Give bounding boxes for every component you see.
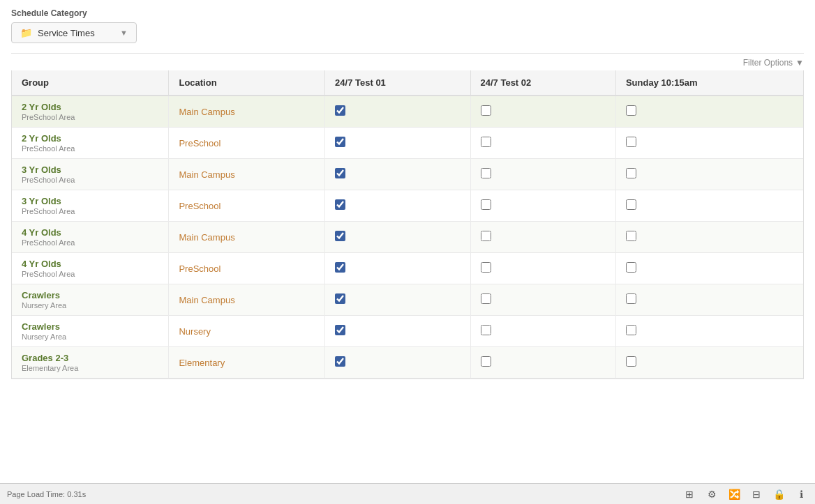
checkbox-col2-row0[interactable] xyxy=(481,105,491,116)
location-text: PreSchool xyxy=(179,264,220,274)
checkbox-cell-col3 xyxy=(615,347,803,379)
checkbox-col3-row4[interactable] xyxy=(626,231,636,241)
checkbox-cell-col3 xyxy=(615,190,803,222)
checkbox-col1-row1[interactable] xyxy=(335,137,345,147)
checkbox-cell-col3 xyxy=(615,128,803,159)
group-area: PreSchool Area xyxy=(22,113,158,121)
location-cell: PreSchool xyxy=(169,128,325,159)
table-row: 2 Yr OldsPreSchool AreaMain Campus xyxy=(12,96,803,128)
checkbox-col3-row1[interactable] xyxy=(626,137,636,147)
group-area: Nursery Area xyxy=(22,301,158,310)
checkbox-col2-row6[interactable] xyxy=(481,293,491,304)
checkbox-col1-row8[interactable] xyxy=(335,356,345,367)
checkbox-cell-col2 xyxy=(470,347,615,379)
group-area: Elementary Area xyxy=(22,364,158,372)
group-name: 2 Yr Olds xyxy=(22,102,158,112)
col-header-group: Group xyxy=(12,70,169,96)
service-times-dropdown[interactable]: 📁 Service Times ▼ xyxy=(11,22,137,43)
checkbox-col3-row3[interactable] xyxy=(626,199,636,210)
location-text: Elementary xyxy=(179,358,225,368)
group-name: 3 Yr Olds xyxy=(22,165,158,175)
checkbox-col3-row6[interactable] xyxy=(626,293,636,304)
group-name: Grades 2-3 xyxy=(22,353,158,363)
checkbox-col3-row7[interactable] xyxy=(626,325,636,335)
checkbox-col2-row2[interactable] xyxy=(481,168,491,178)
checkbox-col1-row4[interactable] xyxy=(335,231,345,241)
checkbox-cell-col2 xyxy=(470,128,615,159)
folder-icon: 📁 xyxy=(20,27,32,38)
checkbox-col2-row7[interactable] xyxy=(481,325,491,335)
checkbox-cell-col2 xyxy=(470,253,615,284)
checkbox-col1-row3[interactable] xyxy=(335,199,345,210)
group-name: Crawlers xyxy=(22,321,158,332)
table-row: 2 Yr OldsPreSchool AreaPreSchool xyxy=(12,128,803,159)
location-text: Nursery xyxy=(179,326,211,337)
checkbox-cell-col3 xyxy=(615,253,803,284)
location-cell: Main Campus xyxy=(169,159,325,190)
col-header-247test01: 24/7 Test 01 xyxy=(325,70,470,96)
checkbox-cell-col2 xyxy=(470,159,615,190)
location-text: PreSchool xyxy=(179,138,220,148)
group-name: Crawlers xyxy=(22,290,158,300)
table-header-row: Group Location 24/7 Test 01 24/7 Test 02… xyxy=(12,70,803,96)
location-text: PreSchool xyxy=(179,201,220,211)
checkbox-col2-row1[interactable] xyxy=(481,137,491,147)
location-text: Main Campus xyxy=(179,169,234,180)
chevron-down-icon: ▼ xyxy=(120,29,128,37)
group-area: Nursery Area xyxy=(22,333,158,341)
table-row: 4 Yr OldsPreSchool AreaMain Campus xyxy=(12,222,803,253)
checkbox-cell-col1 xyxy=(325,316,470,347)
checkbox-col3-row8[interactable] xyxy=(626,356,636,367)
col-header-247test02: 24/7 Test 02 xyxy=(470,70,615,96)
page-container: Schedule Category 📁 Service Times ▼ Filt… xyxy=(0,0,815,388)
group-area: PreSchool Area xyxy=(22,176,158,184)
table-row: 3 Yr OldsPreSchool AreaPreSchool xyxy=(12,190,803,222)
checkbox-cell-col2 xyxy=(470,222,615,253)
col-header-sunday1015: Sunday 10:15am xyxy=(615,70,803,96)
checkbox-col3-row2[interactable] xyxy=(626,168,636,178)
checkbox-cell-col1 xyxy=(325,347,470,379)
col-header-location: Location xyxy=(169,70,325,96)
checkbox-col2-row3[interactable] xyxy=(481,199,491,210)
checkbox-col3-row0[interactable] xyxy=(626,105,636,116)
checkbox-col2-row8[interactable] xyxy=(481,356,491,367)
checkbox-cell-col3 xyxy=(615,96,803,128)
checkbox-cell-col1 xyxy=(325,253,470,284)
table-row: 3 Yr OldsPreSchool AreaMain Campus xyxy=(12,159,803,190)
checkbox-cell-col1 xyxy=(325,128,470,159)
checkbox-cell-col1 xyxy=(325,159,470,190)
group-cell: 3 Yr OldsPreSchool Area xyxy=(12,190,169,222)
checkbox-col1-row2[interactable] xyxy=(335,168,345,178)
dropdown-label: Service Times xyxy=(38,28,114,38)
checkbox-cell-col2 xyxy=(470,316,615,347)
location-cell: PreSchool xyxy=(169,190,325,222)
group-name: 4 Yr Olds xyxy=(22,259,158,269)
filter-options-button[interactable]: Filter Options ▼ xyxy=(743,58,804,68)
checkbox-col1-row7[interactable] xyxy=(335,325,345,335)
checkbox-cell-col2 xyxy=(470,96,615,128)
table-row: CrawlersNursery AreaNursery xyxy=(12,316,803,347)
group-cell: Grades 2-3Elementary Area xyxy=(12,347,169,379)
checkbox-col3-row5[interactable] xyxy=(626,262,636,273)
group-cell: 4 Yr OldsPreSchool Area xyxy=(12,253,169,284)
location-cell: Main Campus xyxy=(169,222,325,253)
checkbox-cell-col3 xyxy=(615,159,803,190)
table-row: 4 Yr OldsPreSchool AreaPreSchool xyxy=(12,253,803,284)
group-cell: 2 Yr OldsPreSchool Area xyxy=(12,96,169,128)
location-text: Main Campus xyxy=(179,295,234,305)
group-name: 2 Yr Olds xyxy=(22,133,158,144)
schedule-category-label: Schedule Category xyxy=(11,8,804,18)
location-cell: Nursery xyxy=(169,316,325,347)
checkbox-col1-row5[interactable] xyxy=(335,262,345,273)
checkbox-cell-col1 xyxy=(325,190,470,222)
checkbox-cell-col2 xyxy=(470,190,615,222)
checkbox-col2-row5[interactable] xyxy=(481,262,491,273)
checkbox-col2-row4[interactable] xyxy=(481,231,491,241)
checkbox-cell-col1 xyxy=(325,284,470,316)
checkbox-cell-col2 xyxy=(470,284,615,316)
checkbox-col1-row6[interactable] xyxy=(335,293,345,304)
group-area: PreSchool Area xyxy=(22,207,158,215)
checkbox-col1-row0[interactable] xyxy=(335,105,345,116)
checkbox-cell-col3 xyxy=(615,222,803,253)
checkbox-cell-col1 xyxy=(325,96,470,128)
